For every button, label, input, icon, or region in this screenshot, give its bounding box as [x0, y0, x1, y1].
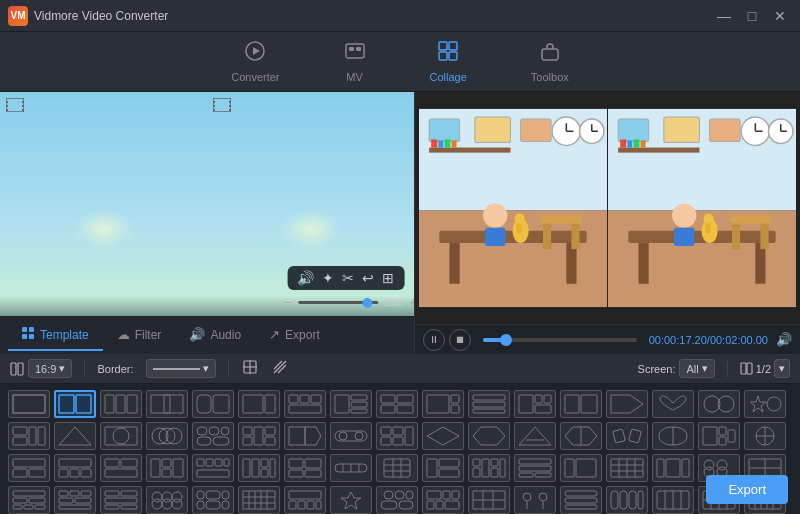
filter-tab-label: Filter [135, 328, 162, 342]
template-r3-c3[interactable] [100, 454, 142, 482]
template-r4-c6[interactable] [238, 486, 280, 514]
stop-button[interactable]: ⏹ [449, 329, 471, 351]
edit-slider[interactable] [298, 301, 378, 304]
template-r3-c5[interactable] [192, 454, 234, 482]
pause-button[interactable]: ⏸ [423, 329, 445, 351]
template-wide-left[interactable] [238, 390, 280, 418]
volume-icon[interactable]: 🔊 [776, 332, 792, 347]
template-r3-c11[interactable] [468, 454, 510, 482]
cut-edit-icon[interactable]: ✂ [342, 270, 354, 286]
export-button[interactable]: Export [706, 475, 788, 504]
template-r2-c16[interactable] [698, 422, 740, 450]
template-3col[interactable] [100, 390, 142, 418]
border-dropdown[interactable]: ▾ [146, 359, 216, 378]
template-2x2[interactable] [376, 390, 418, 418]
template-r2-c13[interactable] [560, 422, 602, 450]
screen-dropdown[interactable]: All ▾ [679, 359, 714, 378]
template-r3-c2[interactable] [54, 454, 96, 482]
video-slot-2[interactable]: 🔊 ✦ ✂ ↩ ⊞ − Edit [207, 92, 414, 316]
template-r4-c11[interactable] [468, 486, 510, 514]
aspect-dropdown[interactable]: 16:9 ▾ [28, 359, 72, 378]
template-split-vertical[interactable] [54, 390, 96, 418]
grid-icon[interactable] [241, 358, 259, 379]
tab-filter[interactable]: ☁ Filter [103, 321, 176, 350]
minimize-button[interactable]: — [712, 7, 736, 25]
template-r4-c13[interactable] [560, 486, 602, 514]
template-r2-c4[interactable] [146, 422, 188, 450]
template-r3-c9[interactable] [376, 454, 418, 482]
template-r4-c2[interactable] [54, 486, 96, 514]
template-r4-c7[interactable] [284, 486, 326, 514]
page-dropdown[interactable]: ▾ [774, 359, 790, 378]
template-r4-c10[interactable] [422, 486, 464, 514]
crop-edit-icon[interactable]: ⊞ [382, 270, 394, 286]
playback-slider[interactable] [483, 338, 637, 342]
template-r4-c9[interactable] [376, 486, 418, 514]
template-r2-c6[interactable] [238, 422, 280, 450]
template-arrow[interactable] [606, 390, 648, 418]
template-r2-c7[interactable] [284, 422, 326, 450]
template-r3-c7[interactable] [284, 454, 326, 482]
template-r3-c10[interactable] [422, 454, 464, 482]
template-r3-c14[interactable] [606, 454, 648, 482]
template-r4-c3[interactable] [100, 486, 142, 514]
undo-edit-icon[interactable]: ↩ [362, 270, 374, 286]
template-r2-c1[interactable] [8, 422, 50, 450]
template-r3-c13[interactable] [560, 454, 602, 482]
template-pentagon[interactable] [514, 390, 556, 418]
svg-rect-270 [222, 491, 229, 499]
template-r4-c1[interactable] [8, 486, 50, 514]
template-r4-c12[interactable] [514, 486, 556, 514]
tab-mv[interactable]: MV [332, 36, 378, 87]
template-heart[interactable] [652, 390, 694, 418]
template-large-small[interactable] [422, 390, 464, 418]
template-r3-c15[interactable] [652, 454, 694, 482]
template-r2-c17[interactable] [744, 422, 786, 450]
tab-template[interactable]: Template [8, 321, 103, 351]
template-3strips[interactable] [468, 390, 510, 418]
template-r4-c15[interactable] [652, 486, 694, 514]
template-r2-c14[interactable] [606, 422, 648, 450]
current-time: 00:00:17.20 [649, 334, 707, 346]
template-diagonal[interactable] [146, 390, 188, 418]
template-r3-c4[interactable] [146, 454, 188, 482]
template-r2-c15[interactable] [652, 422, 694, 450]
template-rounded-split[interactable] [192, 390, 234, 418]
template-r2-c5[interactable] [192, 422, 234, 450]
template-r4-c8[interactable] [330, 486, 372, 514]
pattern-icon[interactable] [271, 358, 289, 379]
template-r2-c8[interactable] [330, 422, 372, 450]
svg-rect-116 [427, 395, 449, 413]
template-r4-c4[interactable] [146, 486, 188, 514]
tab-converter[interactable]: Converter [219, 36, 291, 87]
template-r2-c9[interactable] [376, 422, 418, 450]
template-r2-c10[interactable] [422, 422, 464, 450]
template-r4-c5[interactable] [192, 486, 234, 514]
magic-edit-icon[interactable]: ✦ [322, 270, 334, 286]
template-r4-c14[interactable] [606, 486, 648, 514]
template-3top-1bottom[interactable] [284, 390, 326, 418]
template-r2-c12[interactable] [514, 422, 556, 450]
template-r2-c2[interactable] [54, 422, 96, 450]
template-r3-c1[interactable] [8, 454, 50, 482]
close-button[interactable]: ✕ [768, 7, 792, 25]
svg-rect-45 [449, 243, 459, 284]
template-r2-c11[interactable] [468, 422, 510, 450]
tab-toolbox[interactable]: Toolbox [519, 36, 581, 87]
template-large-3side[interactable] [560, 390, 602, 418]
tab-audio[interactable]: 🔊 Audio [175, 321, 255, 350]
tab-export[interactable]: ↗ Export [255, 321, 334, 350]
template-single[interactable] [8, 390, 50, 418]
volume-edit-icon[interactable]: 🔊 [297, 270, 314, 286]
maximize-button[interactable]: □ [740, 7, 764, 25]
template-1left-3right[interactable] [330, 390, 372, 418]
template-star-circle[interactable] [744, 390, 786, 418]
screen-chevron-icon: ▾ [702, 362, 708, 375]
template-circles[interactable] [698, 390, 740, 418]
template-r3-c8[interactable] [330, 454, 372, 482]
video-slot-1[interactable] [0, 92, 207, 316]
template-r2-c3[interactable] [100, 422, 142, 450]
template-r3-c6[interactable] [238, 454, 280, 482]
template-r3-c12[interactable] [514, 454, 556, 482]
tab-collage[interactable]: Collage [418, 36, 479, 87]
